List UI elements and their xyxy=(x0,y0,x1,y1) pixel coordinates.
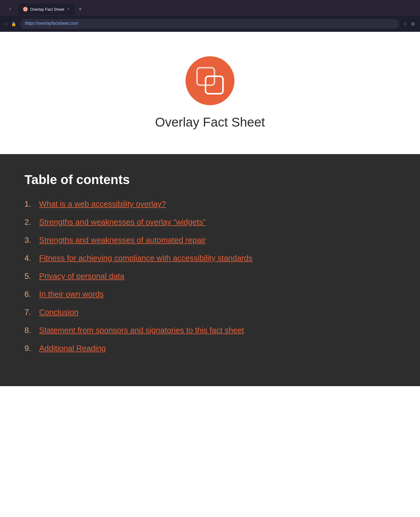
toc-item-number: 9. xyxy=(24,344,37,353)
lock-icon: 🔒 xyxy=(11,21,16,26)
tab-active-label: Overlay Fact Sheet xyxy=(30,7,64,12)
browser-chrome: × Overlay Fact Sheet × + ○ 🔒 https://ove… xyxy=(0,0,420,32)
toc-section: Table of contents 1.What is a web access… xyxy=(0,154,420,386)
toc-list: 1.What is a web accessibility overlay?2.… xyxy=(24,199,396,353)
tab-active[interactable]: Overlay Fact Sheet × xyxy=(18,4,75,15)
new-tab-button[interactable]: + xyxy=(76,5,84,14)
toc-item-number: 6. xyxy=(24,290,37,299)
toc-item: 5.Privacy of personal data xyxy=(24,271,396,281)
url-bar[interactable]: https://overlayfactsheet.com xyxy=(20,19,399,29)
toc-item: 8.Statement from sponsors and signatorie… xyxy=(24,326,396,335)
logo-icon xyxy=(196,67,224,94)
toc-item-link[interactable]: In their own words xyxy=(39,290,104,299)
toc-item: 2.Strengths and weaknesses of overlay “w… xyxy=(24,217,396,227)
toc-heading: Table of contents xyxy=(24,172,396,187)
toc-item: 9.Additional Reading xyxy=(24,344,396,353)
toc-item-number: 7. xyxy=(24,308,37,317)
shield-icon: ○ xyxy=(5,21,7,26)
toc-item: 1.What is a web accessibility overlay? xyxy=(24,199,396,209)
toc-item: 7.Conclusion xyxy=(24,308,396,317)
toc-item-link[interactable]: Fitness for achieving compliance with ac… xyxy=(39,253,252,263)
toc-item-link[interactable]: Strengths and weaknesses of overlay “wid… xyxy=(39,217,206,227)
tab-close-active[interactable]: × xyxy=(67,6,70,12)
toc-item-number: 3. xyxy=(24,235,37,245)
toc-item: 6.In their own words xyxy=(24,290,396,299)
extensions-icon[interactable]: ⚙ xyxy=(411,21,415,27)
hero-section: Overlay Fact Sheet xyxy=(0,32,420,154)
tab-inactive[interactable]: × xyxy=(4,4,17,15)
toc-item-link[interactable]: Strengths and weaknesses of automated re… xyxy=(39,235,206,245)
toc-item: 4.Fitness for achieving compliance with … xyxy=(24,253,396,263)
address-bar: ○ 🔒 https://overlayfactsheet.com ☆ ⚙ xyxy=(0,16,420,32)
toc-item: 3.Strengths and weaknesses of automated … xyxy=(24,235,396,245)
site-logo xyxy=(186,56,234,105)
toc-item-link[interactable]: Privacy of personal data xyxy=(39,271,124,281)
toc-item-link[interactable]: Additional Reading xyxy=(39,344,106,353)
toc-item-link[interactable]: Statement from sponsors and signatories … xyxy=(39,326,244,335)
site-title: Overlay Fact Sheet xyxy=(155,115,265,130)
logo-square-front xyxy=(205,76,224,94)
toc-item-link[interactable]: Conclusion xyxy=(39,308,79,317)
toc-item-number: 5. xyxy=(24,271,37,281)
toc-item-number: 1. xyxy=(24,199,37,209)
bookmark-icon[interactable]: ☆ xyxy=(403,21,407,27)
toc-item-link[interactable]: What is a web accessibility overlay? xyxy=(39,199,166,209)
tab-favicon-icon xyxy=(24,8,27,11)
toc-item-number: 4. xyxy=(24,253,37,263)
toc-item-number: 2. xyxy=(24,217,37,227)
tab-close-inactive[interactable]: × xyxy=(9,6,12,12)
url-text: https://overlayfactsheet.com xyxy=(25,21,78,26)
toc-item-number: 8. xyxy=(24,326,37,335)
tab-bar: × Overlay Fact Sheet × + xyxy=(0,0,420,16)
tab-favicon xyxy=(23,7,28,12)
